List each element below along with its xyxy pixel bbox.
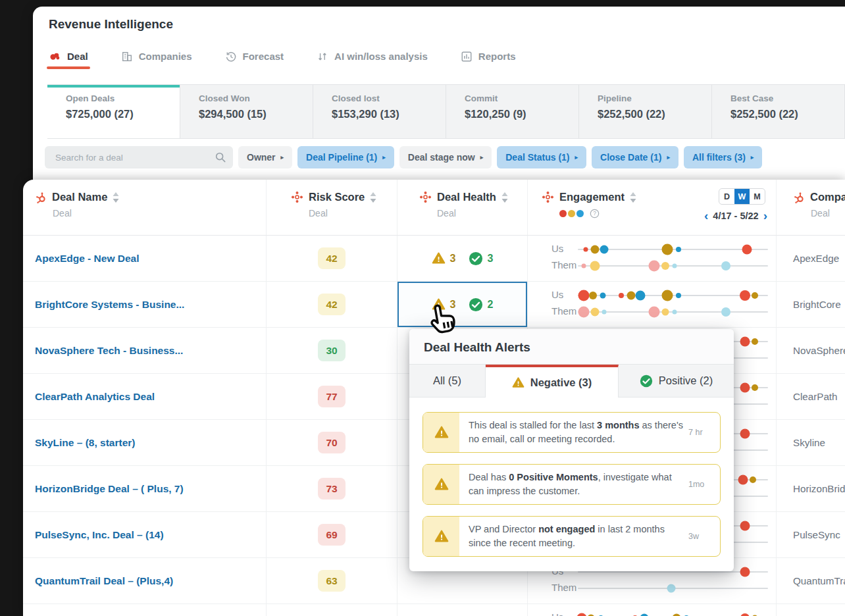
risk-score-pill: 42	[318, 247, 346, 269]
companies-icon	[121, 51, 133, 63]
alert-text: This deal is stalled for the last 3 mont…	[459, 413, 688, 452]
warning-icon	[512, 376, 525, 389]
tab-forecast[interactable]: Forecast	[225, 50, 284, 73]
check-icon[interactable]	[469, 297, 483, 312]
summary-card-open-deals[interactable]: Open Deals $725,000 (27)	[47, 85, 180, 138]
popup-tab-positive[interactable]: Positive (2)	[619, 365, 734, 398]
toggle-week[interactable]: W	[734, 189, 750, 204]
deal-name-link[interactable]: ApexEdge - New Deal	[35, 253, 140, 265]
chevron-right-icon: ▸	[480, 155, 484, 161]
deal-name-cell: HorizonBridge Deal – ( Plus, 7)	[23, 466, 267, 511]
engagement-dot	[742, 245, 752, 255]
popup-tab-negative[interactable]: Negative (3)	[486, 365, 619, 398]
toggle-month[interactable]: M	[750, 189, 765, 204]
filter-deal-status[interactable]: Deal Status (1)▸	[497, 146, 586, 168]
deal-search[interactable]	[45, 146, 233, 168]
engagement-dot	[721, 307, 730, 317]
check-icon[interactable]	[469, 251, 483, 266]
filter-deal-pipeline[interactable]: Deal Pipeline (1)▸	[297, 146, 394, 168]
deal-name-cell: QuantumTrail Deal – (Plus,4)	[23, 558, 267, 603]
card-label: Best Case	[730, 93, 844, 103]
engagement-dot	[673, 614, 681, 616]
engagement-us-label: Us	[551, 289, 563, 300]
deal-name-link[interactable]: ClearPath Analytics Deal	[35, 391, 155, 403]
deal-name-link[interactable]: HorizonBridge Deal – ( Plus, 7)	[35, 483, 184, 495]
engagement-them-label: Them	[551, 582, 576, 593]
risk-score-pill: 69	[318, 524, 346, 546]
deal-name-cell	[23, 604, 267, 616]
card-label: Commit	[465, 93, 578, 103]
sort-icon[interactable]	[370, 192, 376, 203]
engagement-dot	[752, 384, 758, 391]
deal-name-cell: ClearPath Analytics Deal	[23, 374, 267, 419]
tab-ai-winloss[interactable]: AI win/loss analysis	[317, 50, 428, 73]
column-header-engagement[interactable]: Engagement ? D W M ‹ 4/17 - 5/22 ›	[528, 180, 777, 235]
deal-name-link[interactable]: PulseSync, Inc. Deal – (14)	[35, 529, 164, 541]
alert-time: 1mo	[688, 465, 720, 504]
tab-reports[interactable]: Reports	[461, 50, 516, 73]
column-header-deal-health[interactable]: Deal Health Deal	[397, 180, 528, 235]
toggle-day[interactable]: D	[719, 189, 734, 204]
engagement-dot	[600, 293, 605, 299]
deal-name-cell: BrightCore Systems - Busine...	[23, 282, 267, 327]
engagement-dot	[576, 613, 586, 616]
date-range-label: 4/17 - 5/22	[713, 211, 758, 221]
engagement-cell: Us Them	[528, 604, 777, 616]
deal-health-cell[interactable]	[397, 604, 528, 616]
filter-owner[interactable]: Owner▸	[238, 146, 292, 168]
filter-deal-stage[interactable]: Deal stage now▸	[399, 146, 492, 168]
tab-label: Companies	[139, 51, 192, 62]
company-name: QuantumTrail	[793, 575, 845, 586]
alert-time: 3w	[688, 517, 720, 556]
summary-card-closed-lost[interactable]: Closed lost $153,290 (13)	[313, 85, 446, 138]
negative-count: 3	[450, 253, 456, 265]
engagement-dot	[636, 291, 646, 301]
warning-icon	[423, 517, 459, 556]
chevron-right-icon: ▸	[667, 155, 670, 161]
card-value: $153,290 (13)	[332, 108, 446, 120]
summary-card-closed-won[interactable]: Closed Won $294,500 (15)	[180, 85, 313, 138]
card-label: Pipeline	[598, 93, 711, 103]
warning-icon	[423, 413, 459, 452]
company-cell: Skyline	[777, 420, 845, 465]
column-header-company[interactable]: Company Deal	[777, 180, 845, 235]
company-cell: ApexEdge	[777, 236, 845, 281]
warning-icon[interactable]	[432, 251, 446, 265]
risk-score-cell: 42	[267, 282, 397, 327]
engagement-dot	[581, 264, 586, 269]
risk-score-cell: 73	[267, 466, 397, 511]
column-header-deal-name[interactable]: Deal Name Deal	[23, 180, 267, 235]
deal-name-link[interactable]: BrightCore Systems - Busine...	[35, 299, 184, 311]
search-input[interactable]	[54, 152, 215, 163]
filter-all-filters[interactable]: All filters (3)▸	[684, 146, 762, 168]
tab-companies[interactable]: Companies	[121, 50, 192, 73]
sort-icon[interactable]	[501, 192, 508, 203]
tab-label: Forecast	[243, 51, 284, 62]
sort-icon[interactable]	[113, 192, 119, 203]
risk-score-cell: 69	[267, 512, 397, 557]
deal-name-link[interactable]: SkyLine – (8, starter)	[35, 437, 135, 449]
company-cell: NovaSphere	[777, 328, 845, 373]
deal-health-cell[interactable]: 3 2	[397, 282, 528, 327]
summary-card-commit[interactable]: Commit $120,250 (9)	[446, 85, 579, 138]
deal-health-cell[interactable]: 3 3	[397, 236, 528, 281]
help-icon[interactable]: ?	[590, 209, 600, 218]
gong-icon	[419, 191, 432, 203]
engagement-dot	[676, 247, 681, 252]
engagement-dot	[738, 475, 748, 485]
hubspot-icon	[35, 192, 47, 203]
engagement-dot	[740, 521, 750, 531]
summary-card-best-case[interactable]: Best Case $252,500 (22)	[712, 85, 845, 138]
sort-icon[interactable]	[630, 192, 636, 203]
engagement-them-label: Them	[551, 259, 576, 270]
filter-close-date[interactable]: Close Date (1)▸	[592, 146, 679, 168]
chevron-right-icon[interactable]: ›	[763, 209, 768, 222]
tab-deal[interactable]: Deal	[49, 50, 88, 73]
deal-name-link[interactable]: NovaSphere Tech - Business...	[35, 345, 183, 357]
deal-name-link[interactable]: QuantumTrail Deal – (Plus,4)	[35, 575, 173, 587]
chevron-left-icon[interactable]: ‹	[704, 209, 709, 222]
popup-tab-all[interactable]: All (5)	[409, 365, 486, 398]
column-header-risk-score[interactable]: Risk Score Deal	[267, 180, 397, 235]
summary-card-pipeline[interactable]: Pipeline $252,500 (22)	[579, 85, 712, 138]
column-subheader: Deal	[53, 208, 266, 218]
